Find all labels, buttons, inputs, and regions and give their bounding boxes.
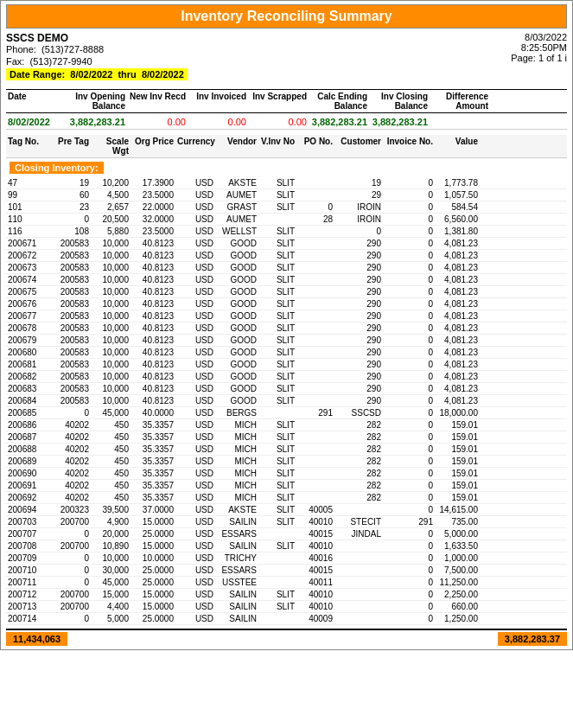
row-invoice-no: 0 [383, 529, 435, 539]
row-scale-wgt: 39,500 [91, 505, 131, 514]
row-currency: USD [175, 408, 215, 418]
row-scale-wgt: 10,000 [91, 311, 131, 321]
row-invoice-no: 0 [383, 457, 435, 466]
row-value: 4,081.23 [435, 372, 480, 381]
phone-number: (513)727-8888 [41, 44, 104, 54]
row-customer [334, 614, 383, 623]
row-po-no: 28 [296, 214, 334, 224]
row-org-price: 15.0000 [131, 541, 175, 551]
row-org-price: 40.8123 [131, 287, 175, 297]
table-row: 200671 200583 10,000 40.8123 USD GOOD SL… [6, 238, 567, 250]
row-invoice-no: 0 [383, 311, 435, 321]
row-invoice-no: 0 [383, 360, 435, 369]
row-tag-no: 200690 [6, 469, 51, 478]
row-currency: USD [175, 178, 215, 188]
row-scale-wgt: 10,000 [91, 396, 131, 406]
row-pre-tag: 40202 [51, 457, 91, 466]
row-customer: 282 [334, 493, 383, 502]
row-vendor: AKSTE [215, 178, 258, 188]
row-vendor: SAILIN [215, 602, 258, 611]
company-phone: Phone: (513)727-8888 [6, 44, 567, 54]
row-pre-tag: 19 [51, 178, 91, 188]
row-scale-wgt: 10,000 [91, 239, 131, 248]
table-row: 200712 200700 15,000 15.0000 USD SAILIN … [6, 589, 567, 601]
dh-pre-tag: Pre Tag [51, 137, 91, 156]
table-row: 200714 0 5,000 25.0000 USD SAILIN 40009 … [6, 613, 567, 625]
table-row: 110 0 20,500 32.0000 USD AUMET 28 IROIN … [6, 214, 567, 226]
row-org-price: 40.8123 [131, 384, 175, 393]
row-scale-wgt: 20,000 [91, 529, 131, 539]
row-customer: 282 [334, 481, 383, 490]
company-name: SSCS DEMO [6, 32, 567, 44]
row-tag-no: 200694 [6, 505, 51, 514]
row-pre-tag: 200323 [51, 505, 91, 514]
row-po-no [296, 481, 334, 490]
row-po-no: 40010 [296, 517, 334, 527]
table-row: 200694 200323 39,500 37.0000 USD AKSTE S… [6, 504, 567, 516]
table-row: 200710 0 30,000 25.0000 USD ESSARS 40015… [6, 565, 567, 577]
row-po-no [296, 287, 334, 297]
row-vendor: GOOD [215, 287, 258, 297]
row-invoice-no: 0 [383, 481, 435, 490]
row-tag-no: 200675 [6, 287, 51, 297]
row-value: 2,250.00 [435, 590, 480, 599]
row-v-inv-no: SLIT [258, 602, 296, 611]
table-row: 200672 200583 10,000 40.8123 USD GOOD SL… [6, 250, 567, 262]
row-value: 4,081.23 [435, 360, 480, 369]
row-invoice-no: 0 [383, 178, 435, 188]
row-currency: USD [175, 275, 215, 284]
row-pre-tag: 0 [51, 408, 91, 418]
row-invoice-no: 0 [383, 602, 435, 611]
table-row: 47 19 10,200 17.3900 USD AKSTE SLIT 19 0… [6, 177, 567, 189]
row-tag-no: 200711 [6, 578, 51, 587]
table-row: 200709 0 10,000 10.0000 USD TRICHY 40016… [6, 552, 567, 565]
row-vendor: MICH [215, 457, 258, 466]
row-customer: 290 [334, 251, 383, 260]
row-invoice-no: 0 [383, 408, 435, 418]
row-scale-wgt: 10,000 [91, 299, 131, 309]
row-scale-wgt: 10,200 [91, 178, 131, 188]
row-customer: IROIN [334, 202, 383, 212]
row-v-inv-no: SLIT [258, 299, 296, 309]
row-currency: USD [175, 311, 215, 321]
row-org-price: 25.0000 [131, 578, 175, 587]
row-po-no: 40010 [296, 590, 334, 599]
row-scale-wgt: 5,880 [91, 227, 131, 236]
row-customer [334, 541, 383, 551]
row-customer: 290 [334, 384, 383, 393]
row-tag-no: 200679 [6, 335, 51, 345]
row-v-inv-no: SLIT [258, 227, 296, 236]
row-v-inv-no: SLIT [258, 263, 296, 272]
row-scale-wgt: 10,000 [91, 372, 131, 381]
report-page: Inventory Reconciling Summary 8/03/2022 … [0, 0, 573, 650]
row-invoice-no: 0 [383, 227, 435, 236]
row-org-price: 10.0000 [131, 553, 175, 563]
row-po-no [296, 348, 334, 357]
row-currency: USD [175, 529, 215, 539]
row-pre-tag: 200583 [51, 251, 91, 260]
row-v-inv-no: SLIT [258, 239, 296, 248]
row-tag-no: 200703 [6, 517, 51, 527]
row-customer: SSCSD [334, 408, 383, 418]
row-tag-no: 200682 [6, 372, 51, 381]
row-customer: 282 [334, 444, 383, 454]
row-pre-tag: 200583 [51, 275, 91, 284]
row-org-price: 35.3357 [131, 493, 175, 502]
row-tag-no: 200684 [6, 396, 51, 406]
row-scale-wgt: 45,000 [91, 408, 131, 418]
summary-opening: 3,882,283.21 [67, 117, 127, 127]
row-po-no: 40015 [296, 565, 334, 575]
row-value: 14,615.00 [435, 505, 480, 514]
row-pre-tag: 40202 [51, 432, 91, 442]
row-vendor: AUMET [215, 214, 258, 224]
row-currency: USD [175, 239, 215, 248]
row-vendor: GOOD [215, 348, 258, 357]
row-po-no: 40016 [296, 553, 334, 563]
row-scale-wgt: 5,000 [91, 614, 131, 623]
row-pre-tag: 200583 [51, 311, 91, 321]
row-invoice-no: 0 [383, 299, 435, 309]
summary-scrapped: 0.00 [248, 117, 309, 127]
row-po-no [296, 227, 334, 236]
date-range-label: Date Range: [10, 69, 65, 80]
row-value: 1,381.80 [435, 227, 480, 236]
